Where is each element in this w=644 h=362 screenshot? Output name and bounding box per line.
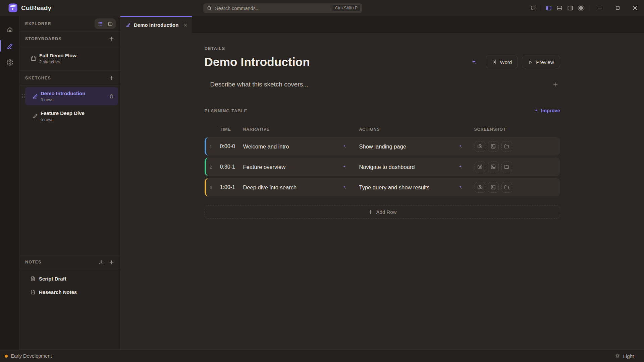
toggle-bottom-panel-button[interactable]: [554, 3, 565, 13]
table-row[interactable]: 3 1:00-1:30 Deep dive into search Type q…: [205, 178, 560, 196]
storyboard-item[interactable]: Full Demo Flow 2 sketches: [20, 46, 120, 71]
add-description-button[interactable]: [553, 82, 560, 87]
folder-icon: [504, 143, 509, 149]
sketch-title-heading[interactable]: Demo Introduction: [205, 55, 310, 69]
note-title: Research Notes: [39, 289, 77, 295]
divider: [541, 5, 541, 11]
narrative-cell[interactable]: Deep dive into search: [243, 184, 297, 190]
storyboards-header: STORYBOARDS: [20, 32, 120, 46]
table-header: TIME NARRATIVE ACTIONS SCREENSHOT: [205, 127, 560, 132]
row-number: 1: [207, 144, 215, 149]
capture-screenshot-button[interactable]: [475, 141, 485, 152]
add-note-button[interactable]: [107, 258, 116, 266]
actions-cell[interactable]: Show landing page: [359, 143, 406, 149]
toggle-left-panel-button[interactable]: [543, 3, 554, 13]
note-item-script-draft[interactable]: Script Draft: [20, 272, 120, 285]
ai-sparkle-button[interactable]: [469, 57, 479, 67]
feedback-button[interactable]: [528, 3, 538, 13]
sketches-label: SKETCHES: [25, 76, 51, 80]
attach-image-button[interactable]: [488, 182, 499, 193]
import-note-button[interactable]: [97, 258, 106, 266]
plus-icon: [109, 36, 114, 41]
theme-label: Light: [623, 353, 634, 359]
command-search-input[interactable]: Search commands... Ctrl+Shift+P: [203, 3, 362, 13]
sketch-item-feature-deep-dive[interactable]: Feature Deep Dive 5 rows: [25, 107, 118, 125]
add-sketch-button[interactable]: [107, 74, 116, 82]
word-export-button[interactable]: Word: [486, 56, 518, 68]
maximize-button[interactable]: [609, 0, 626, 16]
time-cell[interactable]: 0:00-0:30: [220, 143, 235, 149]
column-narrative: NARRATIVE: [243, 127, 270, 132]
sketches-header: SKETCHES: [20, 71, 120, 85]
rail-sketches-button[interactable]: [3, 40, 16, 52]
layout-grid-button[interactable]: [576, 3, 586, 13]
sparkle-icon[interactable]: [342, 165, 346, 169]
improve-button[interactable]: Improve: [534, 108, 560, 113]
tab-demo-introduction[interactable]: Demo Introduction: [120, 16, 192, 33]
notes-section: NOTES Script Draft: [20, 255, 120, 350]
preview-button-label: Preview: [536, 59, 554, 65]
narrative-cell[interactable]: Feature overview: [243, 164, 286, 170]
row-number: 2: [207, 164, 215, 169]
column-actions: ACTIONS: [359, 127, 380, 132]
rail-settings-button[interactable]: [3, 56, 16, 69]
attach-image-button[interactable]: [488, 162, 499, 172]
storyboard-subtitle: 2 sketches: [39, 59, 76, 64]
plus-icon: [553, 82, 558, 87]
time-cell[interactable]: 1:00-1:30: [220, 184, 235, 190]
browse-files-button[interactable]: [501, 162, 512, 172]
gear-icon: [6, 59, 13, 66]
capture-screenshot-button[interactable]: [475, 182, 485, 193]
search-icon: [207, 6, 212, 11]
sparkle-icon[interactable]: [458, 165, 463, 169]
sketch-list: Demo Introduction 3 rows Feature Deep Di…: [20, 85, 120, 129]
document-icon: [30, 276, 36, 282]
narrative-cell[interactable]: Welcome and intro: [243, 143, 289, 149]
sparkle-icon[interactable]: [458, 185, 463, 189]
table-row[interactable]: 2 0:30-1:00 Feature overview Navigate to…: [205, 158, 560, 176]
notes-header: NOTES: [20, 255, 120, 269]
search-placeholder: Search commands...: [215, 6, 332, 11]
minimize-button[interactable]: [591, 0, 609, 16]
drag-handle-icon[interactable]: [22, 94, 25, 99]
main-area: Demo Introduction DETAILS Demo Introduct…: [120, 16, 644, 350]
tab-bar: Demo Introduction: [120, 16, 644, 33]
add-storyboard-button[interactable]: [107, 35, 116, 43]
note-item-research-notes[interactable]: Research Notes: [20, 285, 120, 299]
capture-screenshot-button[interactable]: [475, 162, 485, 172]
sketch-item-demo-introduction[interactable]: Demo Introduction 3 rows: [25, 87, 118, 105]
table-row[interactable]: 1 0:00-0:30 Welcome and intro Show landi…: [205, 137, 560, 156]
title-bar: CutReady Search commands... Ctrl+Shift+P: [0, 0, 644, 16]
image-icon: [490, 184, 496, 190]
list-view-button[interactable]: [96, 19, 105, 28]
description-placeholder[interactable]: Describe what this sketch covers...: [210, 81, 309, 88]
plus-icon: [368, 209, 373, 215]
toggle-right-panel-button[interactable]: [565, 3, 576, 13]
actions-cell[interactable]: Type query and show results: [359, 184, 430, 190]
attach-image-button[interactable]: [488, 141, 499, 152]
close-button[interactable]: [626, 0, 644, 16]
search-shortcut-badge: Ctrl+Shift+P: [332, 5, 361, 12]
camera-icon: [477, 164, 483, 170]
sparkle-icon: [471, 59, 477, 65]
status-dot: [5, 355, 8, 358]
delete-sketch-icon[interactable]: [109, 94, 114, 99]
preview-button[interactable]: Preview: [522, 56, 560, 68]
explorer-sidebar: EXPLORER STORYBOARDS: [20, 16, 120, 350]
sparkle-icon[interactable]: [342, 185, 346, 189]
sparkle-icon[interactable]: [458, 144, 463, 148]
browse-files-button[interactable]: [501, 141, 512, 152]
pencil-icon: [6, 43, 13, 50]
actions-cell[interactable]: Navigate to dashboard: [359, 164, 415, 170]
rail-home-button[interactable]: [3, 23, 16, 36]
tab-close-button[interactable]: [182, 22, 189, 28]
storyboards-label: STORYBOARDS: [25, 37, 62, 41]
time-cell[interactable]: 0:30-1:00: [220, 164, 235, 170]
sketch-title: Feature Deep Dive: [41, 110, 85, 116]
theme-toggle[interactable]: Light: [615, 353, 634, 359]
sparkle-icon[interactable]: [342, 144, 346, 148]
titlebar-controls: [528, 0, 644, 16]
browse-files-button[interactable]: [501, 182, 512, 193]
folder-view-button[interactable]: [106, 19, 115, 28]
add-row-button[interactable]: Add Row: [205, 205, 560, 219]
